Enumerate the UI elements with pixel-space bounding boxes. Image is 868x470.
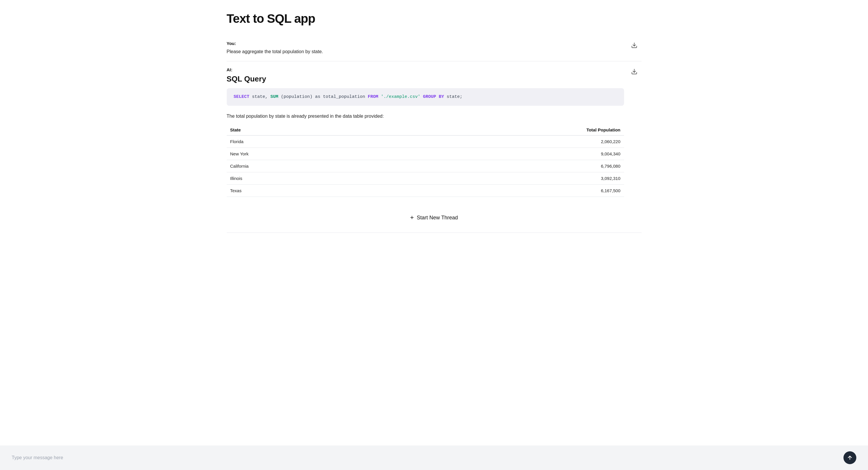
code-group-field: state; — [447, 94, 463, 99]
main-container: Text to SQL app You: Please aggregate th… — [215, 0, 653, 445]
cell-population: 6,796,080 — [379, 160, 624, 173]
plus-icon: + — [410, 214, 414, 221]
table-row: Illinois3,092,310 — [227, 173, 624, 185]
download-icon-ai — [631, 68, 638, 75]
code-state: state, — [252, 94, 271, 99]
cell-population: 9,004,340 — [379, 148, 624, 160]
cell-state: Texas — [227, 185, 379, 197]
cell-population: 2,060,220 — [379, 135, 624, 148]
table-row: California6,796,080 — [227, 160, 624, 173]
col-header-state: State — [227, 124, 379, 135]
ai-download-button[interactable] — [630, 67, 639, 77]
cell-state: Florida — [227, 135, 379, 148]
new-thread-label: Start New Thread — [417, 215, 458, 221]
code-sum-arg: (population) as — [281, 94, 323, 99]
code-path: './example.csv' — [381, 94, 423, 99]
user-download-button[interactable] — [630, 41, 639, 51]
user-message-text: Please aggregate the total population by… — [227, 48, 624, 55]
cell-population: 3,092,310 — [379, 173, 624, 185]
code-sum: SUM — [271, 94, 278, 99]
results-table: State Total Population Florida2,060,220N… — [227, 124, 624, 197]
result-description: The total population by state is already… — [227, 113, 624, 120]
user-message-block: You: Please aggregate the total populati… — [227, 35, 642, 61]
ai-message-block: AI: SQL Query SELECT state, SUM (populat… — [227, 61, 642, 203]
download-icon — [631, 42, 638, 49]
code-alias: total_population — [323, 94, 368, 99]
send-icon — [847, 455, 853, 461]
start-new-thread-button[interactable]: + Start New Thread — [404, 211, 464, 224]
table-row: New York9,004,340 — [227, 148, 624, 160]
cell-state: Illinois — [227, 173, 379, 185]
new-thread-section: + Start New Thread — [227, 203, 642, 233]
message-input[interactable] — [12, 453, 839, 463]
table-row: Texas6,167,500 — [227, 185, 624, 197]
sql-query-title: SQL Query — [227, 74, 624, 84]
table-row: Florida2,060,220 — [227, 135, 624, 148]
input-area — [0, 445, 868, 470]
send-button[interactable] — [843, 451, 856, 464]
code-group-by: GROUP BY — [423, 94, 444, 99]
cell-state: California — [227, 160, 379, 173]
table-header-row: State Total Population — [227, 124, 624, 135]
page-title: Text to SQL app — [227, 12, 642, 26]
code-block: SELECT state, SUM (population) as total_… — [227, 88, 624, 106]
code-select: SELECT — [234, 94, 249, 99]
col-header-population: Total Population — [379, 124, 624, 135]
table-body: Florida2,060,220New York9,004,340Califor… — [227, 135, 624, 197]
cell-population: 6,167,500 — [379, 185, 624, 197]
ai-label: AI: — [227, 67, 624, 72]
user-label: You: — [227, 41, 624, 46]
cell-state: New York — [227, 148, 379, 160]
code-from: FROM — [368, 94, 378, 99]
